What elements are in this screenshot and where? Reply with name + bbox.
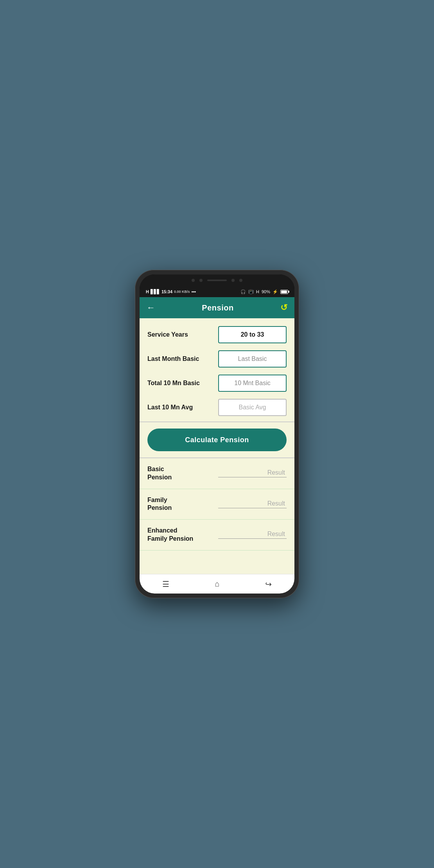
headphone-icon: 🎧 <box>240 289 246 294</box>
time-text: 15:34 <box>161 289 172 294</box>
home-nav-button[interactable]: ⌂ <box>215 579 219 588</box>
phone-screen: H ▋▋▋ 15:34 0.00 KB/s ••• 🎧 📳 H 90% ⚡ <box>140 274 294 594</box>
service-years-input[interactable]: 20 to 33 <box>218 326 287 343</box>
last-10mn-avg-value: Basic Avg <box>239 404 266 411</box>
signal-bars: ▋▋▋ <box>151 289 160 294</box>
basic-pension-result: Result <box>267 469 285 476</box>
dots-menu: ••• <box>192 289 196 294</box>
total-10mn-basic-label: Total 10 Mn Basic <box>147 380 218 387</box>
family-pension-label: Family Pension <box>147 496 218 513</box>
service-years-value: 20 to 33 <box>241 331 264 338</box>
last-10mn-avg-input[interactable]: Basic Avg <box>218 399 287 416</box>
calculate-pension-button[interactable]: Calculate Pension <box>147 429 287 451</box>
last-month-basic-input[interactable]: Last Basic <box>218 350 287 368</box>
status-bar: H ▋▋▋ 15:34 0.00 KB/s ••• 🎧 📳 H 90% ⚡ <box>140 286 294 297</box>
data-speed: 0.00 KB/s <box>174 290 190 294</box>
bolt-icon: ⚡ <box>273 289 278 294</box>
navigation-bar: ☰ ⌂ ↩ <box>140 574 294 594</box>
calculate-section: Calculate Pension <box>140 422 294 458</box>
last-10mn-avg-label: Last 10 Mn Avg <box>147 404 218 411</box>
battery-percent: 90% <box>262 289 270 294</box>
battery-fill <box>281 291 287 293</box>
refresh-button[interactable]: ↺ <box>280 303 287 313</box>
enhanced-family-pension-row: Enhanced Family Pension Result <box>140 520 294 551</box>
menu-nav-button[interactable]: ☰ <box>162 579 169 589</box>
enhanced-family-pension-label: Enhanced Family Pension <box>147 527 218 543</box>
empty-space <box>140 551 294 574</box>
status-left: H ▋▋▋ 15:34 0.00 KB/s ••• <box>146 289 196 294</box>
basic-pension-label: Basic Pension <box>147 465 218 482</box>
total-10mn-basic-input[interactable]: 10 Mnt Basic <box>218 375 287 392</box>
family-pension-value: Result <box>218 500 287 508</box>
enhanced-family-pension-value: Result <box>218 531 287 539</box>
carrier-text: H <box>146 289 149 294</box>
basic-pension-row: Basic Pension Result <box>140 458 294 489</box>
total-10mn-basic-row: Total 10 Mn Basic 10 Mnt Basic <box>147 375 287 392</box>
last-month-basic-row: Last Month Basic Last Basic <box>147 350 287 368</box>
calculate-button-label: Calculate Pension <box>185 436 249 444</box>
service-years-label: Service Years <box>147 331 218 338</box>
app-content: Service Years 20 to 33 Last Month Basic … <box>140 318 294 574</box>
camera-dot-1 <box>192 279 195 282</box>
family-pension-result: Result <box>267 500 285 507</box>
last-month-basic-label: Last Month Basic <box>147 355 218 362</box>
camera-dot-4 <box>239 279 242 282</box>
back-button[interactable]: ← <box>147 303 155 312</box>
total-10mn-basic-value: 10 Mnt Basic <box>234 380 270 387</box>
results-section: Basic Pension Result Family Pension <box>140 458 294 574</box>
app-header: ← Pension ↺ <box>140 297 294 318</box>
basic-pension-value: Result <box>218 469 287 477</box>
speaker <box>207 280 227 281</box>
battery-icon <box>280 290 288 294</box>
camera-dot-2 <box>199 279 203 282</box>
camera-dot-3 <box>231 279 235 282</box>
status-right: 🎧 📳 H 90% ⚡ <box>240 289 288 294</box>
last-10mn-avg-row: Last 10 Mn Avg Basic Avg <box>147 399 287 416</box>
h-icon: H <box>256 289 259 294</box>
last-month-basic-value: Last Basic <box>238 355 267 362</box>
service-years-row: Service Years 20 to 33 <box>147 326 287 343</box>
enhanced-family-pension-result: Result <box>267 531 285 537</box>
family-pension-row: Family Pension Result <box>140 489 294 520</box>
input-section: Service Years 20 to 33 Last Month Basic … <box>140 318 294 422</box>
vibrate-icon: 📳 <box>248 289 254 294</box>
camera-area <box>140 274 294 286</box>
phone-frame: H ▋▋▋ 15:34 0.00 KB/s ••• 🎧 📳 H 90% ⚡ <box>135 270 299 598</box>
back-nav-button[interactable]: ↩ <box>265 579 272 589</box>
page-title: Pension <box>202 303 233 312</box>
app-screen: ← Pension ↺ Service Years 20 to 33 <box>140 297 294 594</box>
